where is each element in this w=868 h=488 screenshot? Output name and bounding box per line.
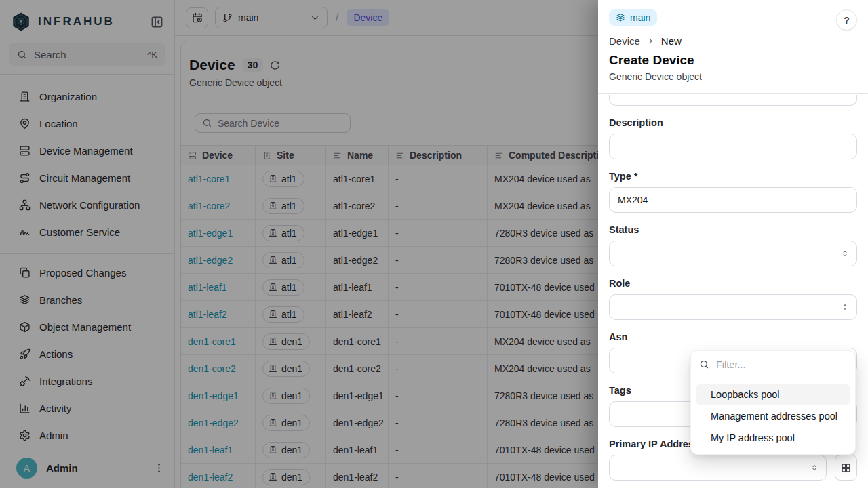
role-select[interactable] (609, 294, 857, 320)
branch-badge[interactable]: main (609, 9, 657, 26)
type-value: MX204 (618, 195, 648, 205)
description-field[interactable] (609, 134, 857, 159)
chevrons-up-down-icon (840, 302, 850, 312)
help-button[interactable]: ? (836, 9, 857, 30)
panel-header: main ? Device New Create Device Generic … (598, 0, 868, 94)
asn-label: Asn (609, 331, 857, 342)
primary-ip-select[interactable] (609, 455, 827, 481)
type-label: Type * (609, 171, 857, 182)
chevrons-up-down-icon (810, 463, 819, 472)
dropdown-option-loopbacks-pool[interactable]: Loopbacks pool (696, 384, 850, 405)
panel-breadcrumb: Device New (609, 35, 857, 47)
type-field[interactable]: MX204 (609, 187, 857, 213)
search-icon (699, 359, 709, 369)
status-label: Status (609, 224, 857, 235)
panel-title: Create Device (609, 53, 857, 68)
panel-breadcrumb-current: New (661, 35, 682, 47)
chevrons-up-down-icon (840, 249, 850, 258)
status-select[interactable] (609, 241, 857, 266)
dropdown-option-my-ip-address-pool[interactable]: My IP address pool (696, 427, 850, 449)
dropdown-options: Loopbacks poolManagement addresses poolM… (691, 378, 855, 454)
pool-dropdown: Filter... Loopbacks poolManagement addre… (690, 350, 856, 455)
filter-placeholder: Filter... (716, 359, 746, 370)
panel-subtitle: Generic Device object (609, 71, 857, 83)
pool-selector-button[interactable] (835, 455, 857, 481)
role-label: Role (609, 278, 857, 289)
chevron-right-icon (646, 37, 655, 45)
panel-breadcrumb-root[interactable]: Device (609, 35, 640, 47)
description-label: Description (609, 117, 857, 128)
grid-icon (841, 463, 851, 473)
create-device-panel: main ? Device New Create Device Generic … (598, 0, 868, 488)
layers-icon (616, 13, 625, 22)
branch-badge-label: main (630, 12, 650, 23)
dropdown-option-management-addresses-pool[interactable]: Management addresses pool (696, 405, 850, 427)
dropdown-filter-input[interactable]: Filter... (691, 351, 855, 378)
name-field-clipped[interactable] (609, 95, 857, 106)
